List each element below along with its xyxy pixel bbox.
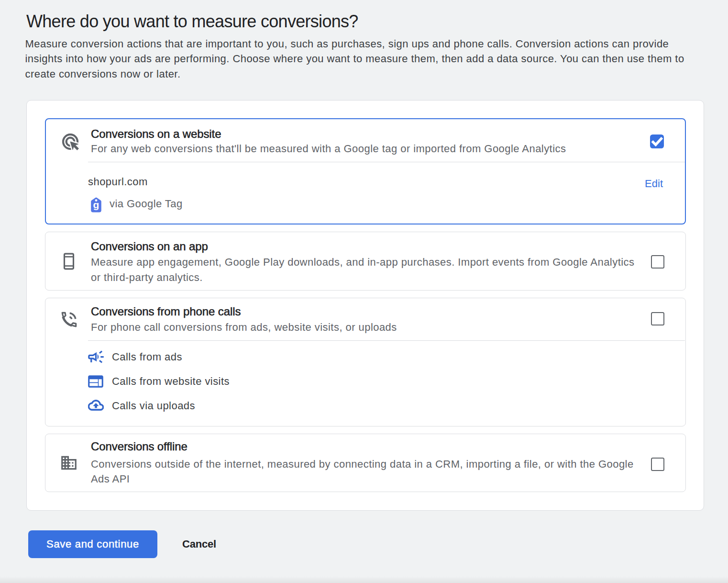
svg-text:g: g — [93, 199, 99, 210]
